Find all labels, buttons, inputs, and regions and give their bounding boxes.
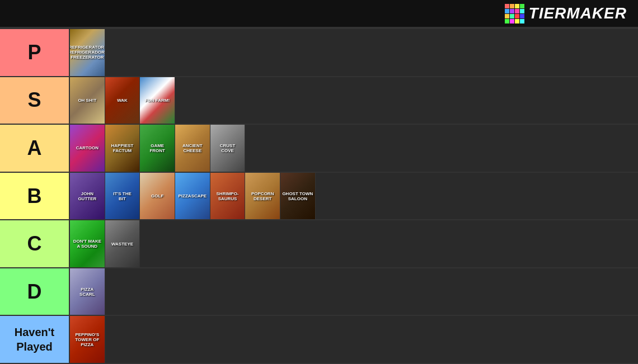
tier-label-d: D [0,268,70,315]
item-image-a3: GAMEFRONT [140,125,175,172]
tier-row-havent: Haven'tPlayed PEPPINO'STOWER OFPIZZA [0,316,638,364]
item-image-s3: FUN FARM! [140,77,175,124]
tier-table: P REFRIGERATOR-REFRIGERADOR-FREEZERATOR … [0,28,638,364]
tier-label-a: A [0,125,70,172]
header: TiERMAKER [0,0,638,28]
item-image-b4: PIZZASCAPE [175,173,210,220]
tiermaker-logo: TiERMAKER [505,4,627,23]
tier-empty-c [140,220,638,267]
tier-item-c1[interactable]: DON'T MAKEA SOUND [70,220,105,267]
tier-item-b1[interactable]: JOHNGUTTER [70,173,105,220]
tier-item-a2[interactable]: HAPPIESTFACTUM [105,125,140,172]
tier-items-b: JOHNGUTTER IT'S THEBIT GOLF PIZZASCAPE S… [70,173,638,220]
logo-grid-icon [505,4,524,23]
item-image-a4: ANCIENTCHEESE [175,125,210,172]
tier-item-a4[interactable]: ANCIENTCHEESE [175,125,210,172]
item-image-b5: SHRIMPO-SAURUS [210,173,245,220]
tier-items-p: REFRIGERATOR-REFRIGERADOR-FREEZERATOR [70,29,638,76]
item-image-a2: HAPPIESTFACTUM [105,125,140,172]
tier-empty-d [105,268,638,315]
item-image-b1: JOHNGUTTER [70,173,105,220]
app: TiERMAKER P REFRIGERATOR-REFRIGERADOR-FR… [0,0,638,364]
tier-empty-a [245,125,638,172]
tier-empty-b [316,173,638,220]
tier-label-c: C [0,220,70,267]
item-image-b7: GHOST TOWNSALOON [280,173,315,220]
item-image-c2: WASTEYE [105,220,140,267]
tier-empty-p [105,29,638,76]
logo-text: TiERMAKER [529,4,627,22]
tier-row-a: A CARTOON HAPPIESTFACTUM GAMEFRONT ANCIE… [0,125,638,173]
tier-label-b: B [0,173,70,220]
tier-item-s1[interactable]: OH SH!T [70,77,105,124]
item-image-s1: OH SH!T [70,77,105,124]
tier-row-p: P REFRIGERATOR-REFRIGERADOR-FREEZERATOR [0,29,638,77]
tier-item-b3[interactable]: GOLF [140,173,175,220]
item-image-a5: CRUSTCOVE [210,125,245,172]
tier-label-p: P [0,29,70,76]
item-image-d1: PIZZASCARL [70,268,105,315]
tier-item-b4[interactable]: PIZZASCAPE [175,173,210,220]
tier-items-s: OH SH!T WAK FUN FARM! [70,77,638,124]
item-image-p1: REFRIGERATOR-REFRIGERADOR-FREEZERATOR [70,29,105,76]
tier-item-b6[interactable]: POPCORNDESERT [245,173,280,220]
tier-empty-s [175,77,638,124]
tier-item-a5[interactable]: CRUSTCOVE [210,125,246,172]
tier-row-d: D PIZZASCARL [0,268,638,316]
tier-item-s3[interactable]: FUN FARM! [140,77,175,124]
tier-item-b5[interactable]: SHRIMPO-SAURUS [210,173,246,220]
tier-label-havent: Haven'tPlayed [0,316,70,363]
tier-item-p1[interactable]: REFRIGERATOR-REFRIGERADOR-FREEZERATOR [70,29,105,76]
tier-row-s: S OH SH!T WAK FUN FARM! [0,77,638,125]
tier-item-b7[interactable]: GHOST TOWNSALOON [280,173,316,220]
tier-item-b2[interactable]: IT'S THEBIT [105,173,140,220]
tier-items-a: CARTOON HAPPIESTFACTUM GAMEFRONT ANCIENT… [70,125,638,172]
tier-items-d: PIZZASCARL [70,268,638,315]
item-image-b3: GOLF [140,173,175,220]
tier-item-s2[interactable]: WAK [105,77,140,124]
tier-row-c: C DON'T MAKEA SOUND WASTEYE [0,220,638,268]
item-image-a1: CARTOON [70,125,105,172]
item-image-c1: DON'T MAKEA SOUND [70,220,105,267]
item-image-s2: WAK [105,77,140,124]
tier-label-s: S [0,77,70,124]
tier-item-a1[interactable]: CARTOON [70,125,105,172]
tier-empty-havent [105,316,638,363]
tier-items-c: DON'T MAKEA SOUND WASTEYE [70,220,638,267]
tier-items-havent: PEPPINO'STOWER OFPIZZA [70,316,638,363]
tier-row-b: B JOHNGUTTER IT'S THEBIT GOLF PIZZASCAPE… [0,173,638,221]
tier-item-a3[interactable]: GAMEFRONT [140,125,175,172]
item-image-h1: PEPPINO'STOWER OFPIZZA [70,316,105,363]
item-image-b2: IT'S THEBIT [105,173,140,220]
item-image-b6: POPCORNDESERT [245,173,280,220]
tier-item-h1[interactable]: PEPPINO'STOWER OFPIZZA [70,316,105,363]
tier-item-d1[interactable]: PIZZASCARL [70,268,105,315]
tier-item-c2[interactable]: WASTEYE [105,220,140,267]
